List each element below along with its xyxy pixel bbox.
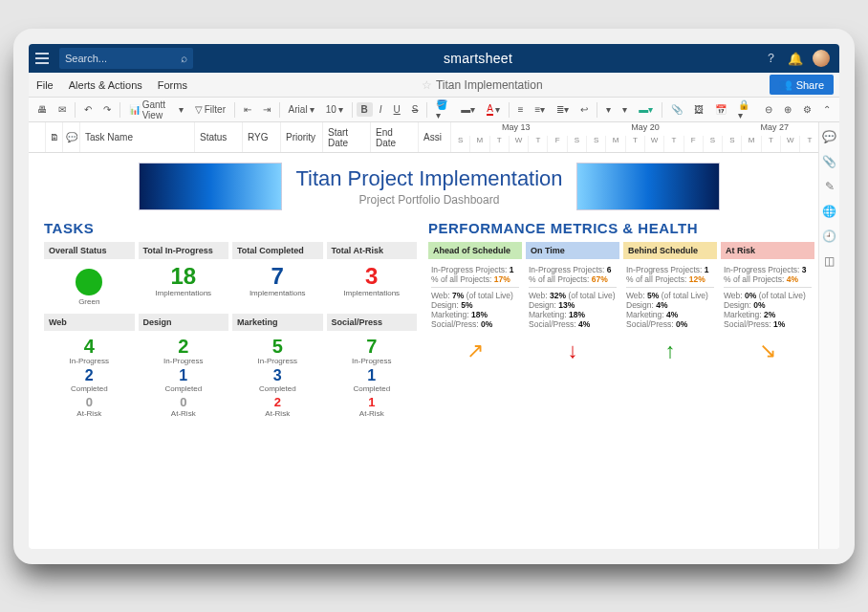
redo-icon[interactable]: ↷ bbox=[98, 102, 116, 117]
day-cell: S bbox=[451, 136, 470, 152]
col-ryg[interactable]: RYG bbox=[243, 122, 281, 152]
status-circle-icon bbox=[76, 269, 102, 295]
menu-icon[interactable] bbox=[29, 44, 55, 73]
comment-col-icon[interactable]: 💬 bbox=[63, 122, 80, 152]
ahead-top: In-Progress Projects: 1 % of all Project… bbox=[428, 263, 522, 331]
day-cell: T bbox=[626, 136, 645, 152]
email-icon[interactable]: ✉ bbox=[54, 102, 71, 117]
gear-icon[interactable]: ⚙ bbox=[798, 102, 816, 117]
highlight-icon[interactable]: ▬▾ bbox=[634, 102, 658, 117]
publish-rail-icon[interactable]: 🌐 bbox=[823, 205, 836, 218]
text-color-icon[interactable]: A▾ bbox=[482, 101, 505, 118]
indent-icon[interactable]: ⇤ bbox=[239, 102, 256, 117]
hero-title: Titan Project Implementation bbox=[295, 166, 562, 191]
view-selector[interactable]: 📊 Gantt View ▾ bbox=[124, 98, 188, 122]
attach-col-icon[interactable]: 🗎 bbox=[46, 122, 63, 152]
day-cell: T bbox=[664, 136, 684, 152]
underline-button[interactable]: U bbox=[389, 102, 405, 117]
col-priority[interactable]: Priority bbox=[281, 122, 323, 152]
zoom-in-icon[interactable]: ⊕ bbox=[779, 102, 796, 117]
align-left-icon[interactable]: ≡ bbox=[513, 102, 529, 117]
fill-color-icon[interactable]: 🪣▾ bbox=[431, 98, 454, 122]
print-icon[interactable]: 🖶 bbox=[33, 102, 52, 117]
hero-graphic-left bbox=[139, 163, 282, 210]
attach-icon[interactable]: 📎 bbox=[666, 102, 687, 117]
wrap-icon[interactable]: ↩ bbox=[575, 102, 593, 117]
th-marketing: Marketing bbox=[232, 314, 323, 331]
zoom-out-icon[interactable]: ⊖ bbox=[760, 102, 777, 117]
fontsize-selector[interactable]: 10 ▾ bbox=[321, 102, 348, 117]
tasks-title: TASKS bbox=[44, 220, 417, 236]
th-web: Web bbox=[44, 314, 135, 331]
completed-cell: 7Implementations bbox=[232, 263, 323, 310]
col-start[interactable]: Start Date bbox=[323, 122, 371, 152]
chevron-up-icon[interactable]: ⌃ bbox=[818, 102, 835, 117]
date-icon[interactable]: 📅 bbox=[710, 102, 731, 117]
hero-graphic-right bbox=[576, 163, 720, 210]
avatar[interactable] bbox=[813, 50, 830, 67]
attachments-rail-icon[interactable]: 📎 bbox=[823, 155, 836, 168]
day-cell: T bbox=[490, 136, 510, 152]
atrisk-cell: 3Implementations bbox=[327, 263, 418, 310]
italic-button[interactable]: I bbox=[375, 102, 387, 117]
menu-alerts[interactable]: Alerts & Actions bbox=[61, 79, 150, 91]
comments-rail-icon[interactable]: 💬 bbox=[823, 130, 836, 143]
align-top-icon[interactable]: ≣▾ bbox=[552, 102, 574, 117]
col-task[interactable]: Task Name bbox=[80, 122, 195, 152]
overall-cell: Green bbox=[44, 263, 135, 310]
th-atrisk: Total At-Risk bbox=[327, 242, 418, 259]
inprog-cell: 18Implementations bbox=[139, 263, 229, 310]
summary-rail-icon[interactable]: ◫ bbox=[823, 254, 836, 268]
help-icon[interactable]: ？ bbox=[763, 51, 778, 66]
align-center-icon[interactable]: ≡▾ bbox=[531, 102, 551, 117]
people-icon: 👥 bbox=[779, 78, 792, 91]
behind-top: In-Progress Projects: 1 % of all Project… bbox=[623, 263, 717, 331]
lock-icon[interactable]: 🔒▾ bbox=[733, 98, 756, 122]
percent-icon[interactable]: ▾ bbox=[618, 102, 632, 117]
day-cell: S bbox=[704, 136, 723, 152]
perf-title: PERFORMANCE METRICS & HEALTH bbox=[428, 220, 814, 236]
day-cell: S bbox=[587, 136, 606, 152]
social-cell: 7In-Progress 1Completed 1At-Risk bbox=[327, 335, 418, 422]
date-2: May 20 bbox=[580, 122, 709, 136]
col-status[interactable]: Status bbox=[195, 122, 243, 152]
font-selector[interactable]: Arial ▾ bbox=[284, 102, 319, 117]
col-end[interactable]: End Date bbox=[371, 122, 419, 152]
day-cell: F bbox=[548, 136, 567, 152]
th-inprog: Total In-Progress bbox=[139, 242, 229, 259]
design-cell: 2In-Progress 1Completed 0At-Risk bbox=[139, 335, 229, 422]
search-icon[interactable]: ⌕ bbox=[181, 52, 187, 65]
strike-button[interactable]: S bbox=[407, 102, 423, 117]
day-cell: S bbox=[568, 136, 587, 152]
ph-behind: Behind Schedule bbox=[623, 242, 717, 259]
proof-rail-icon[interactable]: ✎ bbox=[823, 180, 836, 193]
doc-title-text: Titan Implementation bbox=[436, 78, 543, 92]
bold-button[interactable]: B bbox=[357, 102, 373, 117]
image-icon[interactable]: 🖼 bbox=[689, 102, 708, 117]
taskbar-color-icon[interactable]: ▬▾ bbox=[456, 102, 480, 117]
menu-forms[interactable]: Forms bbox=[150, 79, 195, 91]
ph-ontime: On Time bbox=[526, 242, 619, 259]
menu-file[interactable]: File bbox=[29, 79, 61, 91]
col-assign[interactable]: Assi bbox=[419, 122, 451, 152]
filter-button[interactable]: ▽ Filter bbox=[190, 102, 230, 117]
day-cell: T bbox=[762, 136, 781, 152]
undo-icon[interactable]: ↶ bbox=[79, 102, 97, 117]
risk-top: In-Progress Projects: 3 % of all Project… bbox=[721, 263, 814, 331]
expand-all-icon[interactable] bbox=[29, 122, 46, 152]
day-cell: M bbox=[742, 136, 761, 152]
arrow-down-right-icon: ↘ bbox=[721, 335, 814, 363]
th-social: Social/Press bbox=[327, 314, 418, 331]
day-cell: M bbox=[470, 136, 489, 152]
search-box[interactable]: ⌕ bbox=[59, 48, 193, 69]
share-button[interactable]: 👥Share bbox=[770, 75, 834, 95]
activity-rail-icon[interactable]: 🕘 bbox=[823, 230, 836, 243]
bell-icon[interactable]: 🔔 bbox=[788, 51, 803, 66]
star-icon[interactable]: ☆ bbox=[422, 78, 432, 92]
search-input[interactable] bbox=[65, 53, 177, 64]
outdent-icon[interactable]: ⇥ bbox=[258, 102, 275, 117]
currency-icon[interactable]: ▾ bbox=[601, 102, 616, 117]
th-overall: Overall Status bbox=[44, 242, 135, 259]
timeline-header: May 13 May 20 May 27 SMTWTFSSMTWTFSSMTWT… bbox=[451, 122, 839, 152]
day-cell: W bbox=[781, 136, 800, 152]
